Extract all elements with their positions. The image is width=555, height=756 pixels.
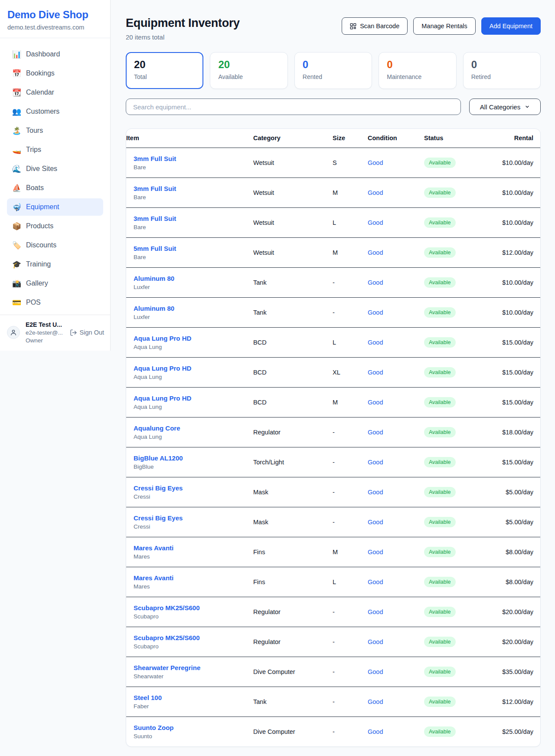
item-name-link[interactable]: Aluminum 80 xyxy=(134,275,253,282)
condition-link[interactable]: Good xyxy=(368,608,383,615)
item-name-link[interactable]: 3mm Full Suit xyxy=(134,185,253,192)
table-row-shearwater-peregrine[interactable]: Shearwater Peregrine Shearwater Dive Com… xyxy=(126,657,540,687)
sidebar-item-customers[interactable]: 👥 Customers xyxy=(7,103,103,120)
item-name-link[interactable]: Shearwater Peregrine xyxy=(134,664,253,671)
table-row-aluminum-80[interactable]: Aluminum 80 Luxfer Tank - Good Available… xyxy=(126,267,540,297)
item-name-link[interactable]: Aqua Lung Pro HD xyxy=(134,394,253,402)
condition-link[interactable]: Good xyxy=(368,579,383,585)
page-title-block: Equipment Inventory 20 items total xyxy=(126,16,240,41)
sidebar-item-products[interactable]: 📦 Products xyxy=(7,217,103,235)
category-select[interactable]: All Categories xyxy=(469,99,541,115)
stat-card-total[interactable]: 20 Total xyxy=(126,52,203,89)
sidebar-item-pos[interactable]: 💳 POS xyxy=(7,294,103,311)
condition-link[interactable]: Good xyxy=(368,399,383,406)
table-row-aqua-lung-pro-hd[interactable]: Aqua Lung Pro HD Aqua Lung BCD L Good Av… xyxy=(126,327,540,357)
condition-link[interactable]: Good xyxy=(368,249,383,256)
sidebar-item-tours[interactable]: 🏝️ Tours xyxy=(7,122,103,139)
main-content: Equipment Inventory 20 items total Scan … xyxy=(111,0,555,747)
item-brand: Shearwater xyxy=(134,673,253,680)
table-row-cressi-big-eyes[interactable]: Cressi Big Eyes Cressi Mask - Good Avail… xyxy=(126,507,540,537)
condition-link[interactable]: Good xyxy=(368,549,383,555)
sidebar-item-boats[interactable]: ⛵ Boats xyxy=(7,179,103,197)
item-name-link[interactable]: Scubapro MK25/S600 xyxy=(134,634,253,641)
condition-link[interactable]: Good xyxy=(368,489,383,496)
item-name-link[interactable]: 5mm Full Suit xyxy=(134,245,253,252)
sign-out-button[interactable]: Sign Out xyxy=(70,329,104,336)
table-row-scubapro-mk25-s600[interactable]: Scubapro MK25/S600 Scubapro Regulator - … xyxy=(126,627,540,657)
table-row-3mm-full-suit[interactable]: 3mm Full Suit Bare Wetsuit M Good Availa… xyxy=(126,177,540,207)
table-row-mares-avanti[interactable]: Mares Avanti Mares Fins L Good Available… xyxy=(126,567,540,597)
sidebar-item-equipment[interactable]: 🤿 Equipment xyxy=(7,198,103,216)
sidebar-item-discounts[interactable]: 🏷️ Discounts xyxy=(7,237,103,254)
sidebar-item-dive-sites[interactable]: 🌊 Dive Sites xyxy=(7,160,103,177)
condition-link[interactable]: Good xyxy=(368,189,383,196)
table-row-aqualung-core[interactable]: Aqualung Core Aqua Lung Regulator - Good… xyxy=(126,417,540,447)
item-name-link[interactable]: Mares Avanti xyxy=(134,544,253,552)
add-equipment-button[interactable]: Add Equipment xyxy=(481,17,541,35)
condition-link[interactable]: Good xyxy=(368,668,383,675)
condition-link[interactable]: Good xyxy=(368,309,383,316)
item-name-link[interactable]: Aqua Lung Pro HD xyxy=(134,335,253,342)
table-row-steel-100[interactable]: Steel 100 Faber Tank - Good Available $1… xyxy=(126,687,540,717)
sidebar-item-gallery[interactable]: 📸 Gallery xyxy=(7,275,103,292)
sidebar: Demo Dive Shop demo.test.divestreams.com… xyxy=(0,0,111,351)
search-input[interactable] xyxy=(126,99,461,115)
condition-link[interactable]: Good xyxy=(368,459,383,466)
table-row-bigblue-al1200[interactable]: BigBlue AL1200 BigBlue Torch/Light - Goo… xyxy=(126,447,540,477)
sidebar-item-trips[interactable]: 🚤 Trips xyxy=(7,141,103,158)
table-row-mares-avanti[interactable]: Mares Avanti Mares Fins M Good Available… xyxy=(126,537,540,567)
sidebar-item-bookings[interactable]: 📅 Bookings xyxy=(7,65,103,82)
item-size: M xyxy=(333,537,368,567)
filter-row: All Categories xyxy=(126,99,541,115)
rental-price: $15.00/day xyxy=(502,399,533,406)
table-row-aqua-lung-pro-hd[interactable]: Aqua Lung Pro HD Aqua Lung BCD XL Good A… xyxy=(126,357,540,387)
table-row-scubapro-mk25-s600[interactable]: Scubapro MK25/S600 Scubapro Regulator - … xyxy=(126,597,540,627)
table-row-cressi-big-eyes[interactable]: Cressi Big Eyes Cressi Mask - Good Avail… xyxy=(126,477,540,507)
item-name-link[interactable]: Aqua Lung Pro HD xyxy=(134,365,253,372)
condition-link[interactable]: Good xyxy=(368,279,383,286)
item-name-link[interactable]: Suunto Zoop xyxy=(134,724,253,731)
item-name-link[interactable]: Cressi Big Eyes xyxy=(134,484,253,492)
item-brand: Bare xyxy=(134,254,253,260)
item-size: L xyxy=(333,327,368,357)
stat-card-rented[interactable]: 0 Rented xyxy=(294,52,372,89)
table-row-3mm-full-suit[interactable]: 3mm Full Suit Bare Wetsuit S Good Availa… xyxy=(126,148,540,177)
column-header-item: Item xyxy=(126,129,253,148)
scan-barcode-button[interactable]: Scan Barcode xyxy=(342,17,408,35)
item-name-link[interactable]: 3mm Full Suit xyxy=(134,155,253,162)
stat-card-maintenance[interactable]: 0 Maintenance xyxy=(379,52,456,89)
condition-link[interactable]: Good xyxy=(368,698,383,705)
shop-domain: demo.test.divestreams.com xyxy=(7,24,103,31)
item-name-link[interactable]: Cressi Big Eyes xyxy=(134,514,253,522)
table-row-aluminum-80[interactable]: Aluminum 80 Luxfer Tank - Good Available… xyxy=(126,297,540,327)
item-name-link[interactable]: Steel 100 xyxy=(134,694,253,701)
sidebar-item-training[interactable]: 🎓 Training xyxy=(7,256,103,273)
item-name-link[interactable]: Mares Avanti xyxy=(134,574,253,582)
manage-rentals-button[interactable]: Manage Rentals xyxy=(413,17,476,35)
condition-link[interactable]: Good xyxy=(368,159,383,166)
item-size: L xyxy=(333,567,368,597)
condition-link[interactable]: Good xyxy=(368,369,383,376)
item-name-link[interactable]: Scubapro MK25/S600 xyxy=(134,604,253,611)
nav-item-label: Discounts xyxy=(26,241,56,249)
item-name-link[interactable]: BigBlue AL1200 xyxy=(134,454,253,462)
condition-link[interactable]: Good xyxy=(368,339,383,346)
table-row-suunto-zoop[interactable]: Suunto Zoop Suunto Dive Computer - Good … xyxy=(126,717,540,746)
sidebar-item-dashboard[interactable]: 📊 Dashboard xyxy=(7,46,103,63)
condition-link[interactable]: Good xyxy=(368,728,383,735)
manage-rentals-label: Manage Rentals xyxy=(421,23,467,30)
item-name-link[interactable]: Aqualung Core xyxy=(134,424,253,432)
sidebar-item-calendar[interactable]: 📆 Calendar xyxy=(7,84,103,101)
condition-link[interactable]: Good xyxy=(368,429,383,436)
stat-card-available[interactable]: 20 Available xyxy=(210,52,287,89)
status-badge: Available xyxy=(424,277,456,288)
table-row-aqua-lung-pro-hd[interactable]: Aqua Lung Pro HD Aqua Lung BCD M Good Av… xyxy=(126,387,540,417)
stat-card-retired[interactable]: 0 Retired xyxy=(463,52,541,89)
condition-link[interactable]: Good xyxy=(368,638,383,645)
table-row-5mm-full-suit[interactable]: 5mm Full Suit Bare Wetsuit M Good Availa… xyxy=(126,237,540,267)
condition-link[interactable]: Good xyxy=(368,219,383,226)
table-row-3mm-full-suit[interactable]: 3mm Full Suit Bare Wetsuit L Good Availa… xyxy=(126,207,540,237)
condition-link[interactable]: Good xyxy=(368,519,383,526)
item-name-link[interactable]: 3mm Full Suit xyxy=(134,215,253,222)
item-name-link[interactable]: Aluminum 80 xyxy=(134,305,253,312)
